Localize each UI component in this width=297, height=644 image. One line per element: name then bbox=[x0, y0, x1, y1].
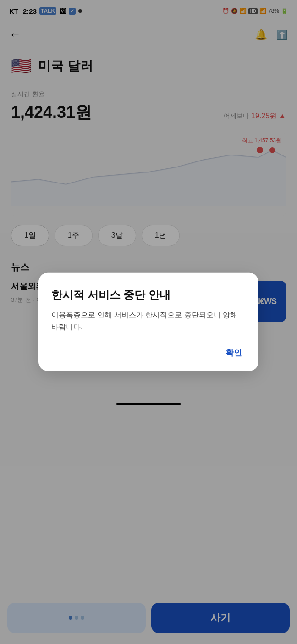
modal-body: 이용폭증으로 인해 서비스가 한시적으로 중단되오니 양해 바랍니다. bbox=[51, 309, 246, 333]
modal-footer: 확인 bbox=[51, 345, 246, 360]
modal-title: 한시적 서비스 중단 안내 bbox=[51, 288, 246, 302]
modal-dialog: 한시적 서비스 중단 안내 이용폭증으로 인해 서비스가 한시적으로 중단되오니… bbox=[38, 273, 258, 371]
modal-confirm-button[interactable]: 확인 bbox=[222, 345, 246, 360]
